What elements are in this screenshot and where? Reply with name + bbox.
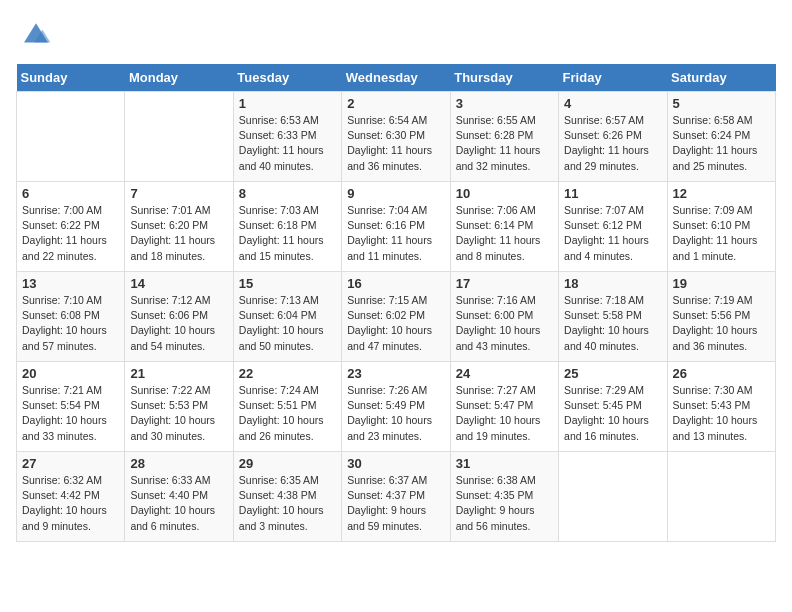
day-cell: 4Sunrise: 6:57 AM Sunset: 6:26 PM Daylig… [559,92,667,182]
day-number: 24 [456,366,553,381]
day-cell: 30Sunrise: 6:37 AM Sunset: 4:37 PM Dayli… [342,452,450,542]
day-cell: 8Sunrise: 7:03 AM Sunset: 6:18 PM Daylig… [233,182,341,272]
day-info: Sunrise: 7:12 AM Sunset: 6:06 PM Dayligh… [130,293,227,354]
day-number: 30 [347,456,444,471]
logo [16,16,52,52]
day-number: 2 [347,96,444,111]
day-number: 10 [456,186,553,201]
weekday-header-sunday: Sunday [17,64,125,92]
day-info: Sunrise: 7:13 AM Sunset: 6:04 PM Dayligh… [239,293,336,354]
day-number: 14 [130,276,227,291]
day-cell: 24Sunrise: 7:27 AM Sunset: 5:47 PM Dayli… [450,362,558,452]
day-cell: 16Sunrise: 7:15 AM Sunset: 6:02 PM Dayli… [342,272,450,362]
day-number: 7 [130,186,227,201]
weekday-header-saturday: Saturday [667,64,775,92]
week-row-1: 1Sunrise: 6:53 AM Sunset: 6:33 PM Daylig… [17,92,776,182]
day-info: Sunrise: 7:26 AM Sunset: 5:49 PM Dayligh… [347,383,444,444]
day-info: Sunrise: 6:35 AM Sunset: 4:38 PM Dayligh… [239,473,336,534]
week-row-2: 6Sunrise: 7:00 AM Sunset: 6:22 PM Daylig… [17,182,776,272]
week-row-3: 13Sunrise: 7:10 AM Sunset: 6:08 PM Dayli… [17,272,776,362]
day-cell: 17Sunrise: 7:16 AM Sunset: 6:00 PM Dayli… [450,272,558,362]
week-row-5: 27Sunrise: 6:32 AM Sunset: 4:42 PM Dayli… [17,452,776,542]
day-cell: 27Sunrise: 6:32 AM Sunset: 4:42 PM Dayli… [17,452,125,542]
day-number: 25 [564,366,661,381]
day-info: Sunrise: 7:10 AM Sunset: 6:08 PM Dayligh… [22,293,119,354]
day-info: Sunrise: 7:29 AM Sunset: 5:45 PM Dayligh… [564,383,661,444]
day-number: 17 [456,276,553,291]
day-cell: 15Sunrise: 7:13 AM Sunset: 6:04 PM Dayli… [233,272,341,362]
day-info: Sunrise: 6:53 AM Sunset: 6:33 PM Dayligh… [239,113,336,174]
page-header [16,16,776,52]
day-cell: 31Sunrise: 6:38 AM Sunset: 4:35 PM Dayli… [450,452,558,542]
day-number: 22 [239,366,336,381]
day-number: 4 [564,96,661,111]
day-cell: 9Sunrise: 7:04 AM Sunset: 6:16 PM Daylig… [342,182,450,272]
day-cell: 22Sunrise: 7:24 AM Sunset: 5:51 PM Dayli… [233,362,341,452]
day-cell: 5Sunrise: 6:58 AM Sunset: 6:24 PM Daylig… [667,92,775,182]
day-info: Sunrise: 7:24 AM Sunset: 5:51 PM Dayligh… [239,383,336,444]
day-info: Sunrise: 7:07 AM Sunset: 6:12 PM Dayligh… [564,203,661,264]
day-cell: 19Sunrise: 7:19 AM Sunset: 5:56 PM Dayli… [667,272,775,362]
day-info: Sunrise: 7:21 AM Sunset: 5:54 PM Dayligh… [22,383,119,444]
day-cell: 13Sunrise: 7:10 AM Sunset: 6:08 PM Dayli… [17,272,125,362]
day-cell: 10Sunrise: 7:06 AM Sunset: 6:14 PM Dayli… [450,182,558,272]
day-info: Sunrise: 6:54 AM Sunset: 6:30 PM Dayligh… [347,113,444,174]
day-info: Sunrise: 6:37 AM Sunset: 4:37 PM Dayligh… [347,473,444,534]
day-info: Sunrise: 7:19 AM Sunset: 5:56 PM Dayligh… [673,293,770,354]
day-number: 23 [347,366,444,381]
day-cell: 21Sunrise: 7:22 AM Sunset: 5:53 PM Dayli… [125,362,233,452]
day-cell: 28Sunrise: 6:33 AM Sunset: 4:40 PM Dayli… [125,452,233,542]
day-number: 1 [239,96,336,111]
weekday-header-monday: Monday [125,64,233,92]
calendar-table: SundayMondayTuesdayWednesdayThursdayFrid… [16,64,776,542]
day-number: 16 [347,276,444,291]
day-info: Sunrise: 6:33 AM Sunset: 4:40 PM Dayligh… [130,473,227,534]
day-info: Sunrise: 6:32 AM Sunset: 4:42 PM Dayligh… [22,473,119,534]
day-info: Sunrise: 6:57 AM Sunset: 6:26 PM Dayligh… [564,113,661,174]
day-info: Sunrise: 7:04 AM Sunset: 6:16 PM Dayligh… [347,203,444,264]
day-number: 9 [347,186,444,201]
day-cell: 20Sunrise: 7:21 AM Sunset: 5:54 PM Dayli… [17,362,125,452]
day-info: Sunrise: 7:15 AM Sunset: 6:02 PM Dayligh… [347,293,444,354]
day-cell [667,452,775,542]
day-info: Sunrise: 7:01 AM Sunset: 6:20 PM Dayligh… [130,203,227,264]
weekday-header-friday: Friday [559,64,667,92]
day-info: Sunrise: 7:30 AM Sunset: 5:43 PM Dayligh… [673,383,770,444]
day-cell: 1Sunrise: 6:53 AM Sunset: 6:33 PM Daylig… [233,92,341,182]
day-number: 19 [673,276,770,291]
day-cell: 23Sunrise: 7:26 AM Sunset: 5:49 PM Dayli… [342,362,450,452]
day-info: Sunrise: 6:55 AM Sunset: 6:28 PM Dayligh… [456,113,553,174]
day-info: Sunrise: 6:58 AM Sunset: 6:24 PM Dayligh… [673,113,770,174]
day-cell: 6Sunrise: 7:00 AM Sunset: 6:22 PM Daylig… [17,182,125,272]
day-cell: 14Sunrise: 7:12 AM Sunset: 6:06 PM Dayli… [125,272,233,362]
weekday-header-thursday: Thursday [450,64,558,92]
day-info: Sunrise: 7:18 AM Sunset: 5:58 PM Dayligh… [564,293,661,354]
day-cell [125,92,233,182]
day-info: Sunrise: 6:38 AM Sunset: 4:35 PM Dayligh… [456,473,553,534]
day-number: 27 [22,456,119,471]
day-number: 28 [130,456,227,471]
day-cell [17,92,125,182]
week-row-4: 20Sunrise: 7:21 AM Sunset: 5:54 PM Dayli… [17,362,776,452]
day-number: 15 [239,276,336,291]
day-number: 3 [456,96,553,111]
day-number: 6 [22,186,119,201]
day-info: Sunrise: 7:16 AM Sunset: 6:00 PM Dayligh… [456,293,553,354]
day-cell: 29Sunrise: 6:35 AM Sunset: 4:38 PM Dayli… [233,452,341,542]
day-info: Sunrise: 7:06 AM Sunset: 6:14 PM Dayligh… [456,203,553,264]
day-info: Sunrise: 7:03 AM Sunset: 6:18 PM Dayligh… [239,203,336,264]
weekday-header-tuesday: Tuesday [233,64,341,92]
day-cell: 18Sunrise: 7:18 AM Sunset: 5:58 PM Dayli… [559,272,667,362]
day-number: 29 [239,456,336,471]
weekday-header-wednesday: Wednesday [342,64,450,92]
day-number: 26 [673,366,770,381]
day-cell: 2Sunrise: 6:54 AM Sunset: 6:30 PM Daylig… [342,92,450,182]
day-info: Sunrise: 7:09 AM Sunset: 6:10 PM Dayligh… [673,203,770,264]
day-number: 31 [456,456,553,471]
logo-icon [20,16,52,48]
day-cell: 25Sunrise: 7:29 AM Sunset: 5:45 PM Dayli… [559,362,667,452]
day-number: 11 [564,186,661,201]
day-cell: 7Sunrise: 7:01 AM Sunset: 6:20 PM Daylig… [125,182,233,272]
day-cell: 26Sunrise: 7:30 AM Sunset: 5:43 PM Dayli… [667,362,775,452]
day-number: 20 [22,366,119,381]
